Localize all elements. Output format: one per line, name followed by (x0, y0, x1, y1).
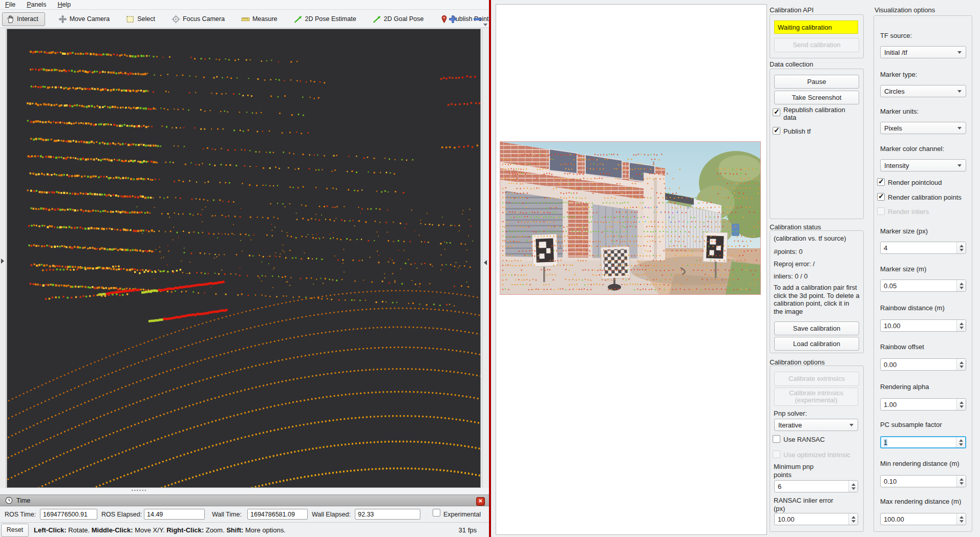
wall-time-field[interactable]: 1694786581.09 (247, 509, 308, 520)
min-rendering-distance-spinner[interactable]: 0.10 (880, 475, 966, 487)
chevron-down-icon (957, 90, 962, 93)
reset-button[interactable]: Reset (1, 524, 29, 537)
render-calibration-points-label: Render calibration points (888, 194, 962, 201)
calibrate-extrinsics-button[interactable]: Calibrate extrinsics (774, 372, 859, 386)
marker-units-value: Pixels (884, 124, 902, 132)
viewport-collapse-handle[interactable] (482, 29, 489, 488)
remove-tool-button[interactable] (471, 13, 483, 25)
time-fields-row: ROS Time: 1694776500.91 ROS Elapsed: 14.… (0, 506, 489, 522)
marker-color-channel-select[interactable]: Intensity (880, 159, 966, 171)
splitter-handle[interactable]: •••••• (119, 488, 160, 495)
chevron-down-icon (849, 424, 854, 426)
marker-size-px-value: 4 (884, 244, 887, 252)
send-calibration-button[interactable]: Send calibration (774, 38, 859, 52)
spinner-arrows-icon[interactable] (956, 513, 966, 525)
camera-image[interactable] (500, 141, 761, 295)
spinner-arrows-icon[interactable] (956, 320, 966, 331)
max-rendering-distance-spinner[interactable]: 100.00 (880, 513, 966, 525)
spinner-arrows-icon[interactable] (956, 242, 966, 253)
menu-help[interactable]: Help (57, 1, 71, 8)
ruler-icon (241, 15, 250, 24)
minimum-pnp-points-spinner[interactable]: 6 (774, 480, 858, 492)
ros-time-field[interactable]: 1694776500.91 (40, 509, 97, 520)
spinner-arrows-icon[interactable] (956, 476, 966, 487)
wall-elapsed-field[interactable]: 92.33 (355, 509, 420, 520)
spinner-arrows-icon[interactable] (848, 513, 858, 525)
pnp-solver-value: Iterative (778, 421, 802, 429)
marker-size-px-spinner[interactable]: 4 (880, 242, 966, 254)
load-calibration-button[interactable]: Load calibration (774, 337, 859, 351)
marker-units-select[interactable]: Pixels (880, 122, 966, 134)
rendering-alpha-spinner[interactable]: 1.00 (880, 398, 966, 411)
render-calibration-points-checkbox[interactable] (877, 193, 885, 201)
pointcloud-viewport[interactable] (7, 29, 481, 488)
ransac-inlier-error-spinner[interactable]: 10.00 (774, 513, 858, 525)
pc-subsample-factor-spinner[interactable]: 1 (880, 436, 966, 448)
tool-move-camera[interactable]: Move Camera (55, 12, 113, 26)
green-arrow-icon (373, 15, 381, 24)
save-calibration-button[interactable]: Save calibration (774, 321, 859, 335)
toolbar-overflow-icon[interactable] (483, 24, 487, 26)
spinner-arrows-icon[interactable] (956, 359, 966, 370)
marker-type-select[interactable]: Circles (880, 85, 966, 97)
use-ransac-checkbox[interactable] (773, 435, 780, 443)
render-inliers-label: Render inliers (888, 208, 929, 216)
tool-2d-pose-estimate[interactable]: 2D Pose Estimate (291, 12, 359, 26)
tf-source-select[interactable]: Initial /tf (880, 46, 966, 58)
take-screenshot-button[interactable]: Take Screenshot (774, 91, 859, 104)
render-inliers-checkbox[interactable] (877, 207, 885, 215)
use-optimized-intrinsic-checkbox[interactable] (773, 450, 780, 458)
time-panel-title: Time (16, 497, 30, 504)
experimental-checkbox[interactable] (433, 509, 440, 517)
time-panel-header[interactable]: Time ✕ (0, 495, 489, 506)
chevron-down-icon (957, 127, 962, 130)
tool-label: 2D Pose Estimate (305, 15, 356, 23)
marker-size-m-spinner[interactable]: 0.05 (880, 280, 966, 292)
menu-panels[interactable]: Panels (27, 1, 46, 8)
spinner-arrows-icon[interactable] (956, 399, 966, 410)
marker-type-label: Marker type: (880, 71, 917, 79)
close-time-panel-button[interactable]: ✕ (476, 497, 485, 506)
marker-size-m-value: 0.05 (884, 282, 897, 290)
rainbow-offset-spinner[interactable]: 0.00 (880, 358, 966, 371)
spinner-arrows-icon[interactable] (956, 437, 965, 447)
status-bar: Reset Left-Click: Rotate. Middle-Click: … (0, 522, 489, 537)
tool-label: 2D Goal Pose (384, 15, 424, 23)
republish-calibration-checkbox[interactable] (773, 109, 780, 116)
rendering-alpha-value: 1.00 (884, 401, 897, 409)
ros-time-label: ROS Time: (5, 511, 36, 518)
inliers-count: inliers: 0 / 0 (774, 272, 807, 280)
tool-interact[interactable]: Interact (2, 12, 45, 26)
move-arrows-icon (58, 15, 67, 24)
tool-label: Measure (252, 15, 278, 23)
rainbow-offset-label: Rainbow offset (880, 343, 924, 351)
republish-calibration-label: Republish calibration data (783, 106, 858, 121)
max-rendering-distance-value: 100.00 (884, 515, 904, 523)
tool-label: Select (137, 15, 155, 23)
pnp-solver-select[interactable]: Iterative (774, 419, 858, 431)
tool-focus-camera[interactable]: Focus Camera (168, 12, 228, 26)
render-pointcloud-checkbox[interactable] (877, 178, 885, 186)
calibration-api-title: Calibration API (770, 6, 814, 14)
ros-elapsed-field[interactable]: 14.49 (144, 509, 205, 520)
spinner-arrows-icon[interactable] (848, 481, 858, 492)
add-tool-button[interactable] (446, 13, 459, 25)
spinner-arrows-icon[interactable] (956, 280, 966, 291)
pause-button[interactable]: Pause (774, 75, 859, 89)
tf-source-label: TF source: (880, 32, 912, 40)
tool-2d-goal-pose[interactable]: 2D Goal Pose (370, 12, 427, 26)
minimum-pnp-points-label: Minimum pnp points (774, 463, 830, 479)
rainbow-distance-spinner[interactable]: 10.00 (880, 319, 966, 332)
ransac-inlier-error-label: RANSAC inlier error (px) (774, 497, 835, 513)
displays-panel-collapsed[interactable] (0, 29, 6, 488)
minimum-pnp-points-value: 6 (778, 483, 781, 490)
menu-file[interactable]: File (5, 1, 15, 8)
lidar-pointcloud (7, 29, 480, 487)
calibration-panel: Calibration API Waiting calibration Send… (491, 0, 980, 537)
minus-icon (473, 14, 482, 24)
tool-measure[interactable]: Measure (238, 12, 281, 26)
tool-select[interactable]: Select (123, 12, 158, 26)
publish-tf-label: Publish tf (783, 127, 811, 135)
publish-tf-checkbox[interactable] (773, 127, 780, 135)
calibrate-intrinsics-button[interactable]: Calibrate intrinsics (experimental) (774, 388, 858, 406)
